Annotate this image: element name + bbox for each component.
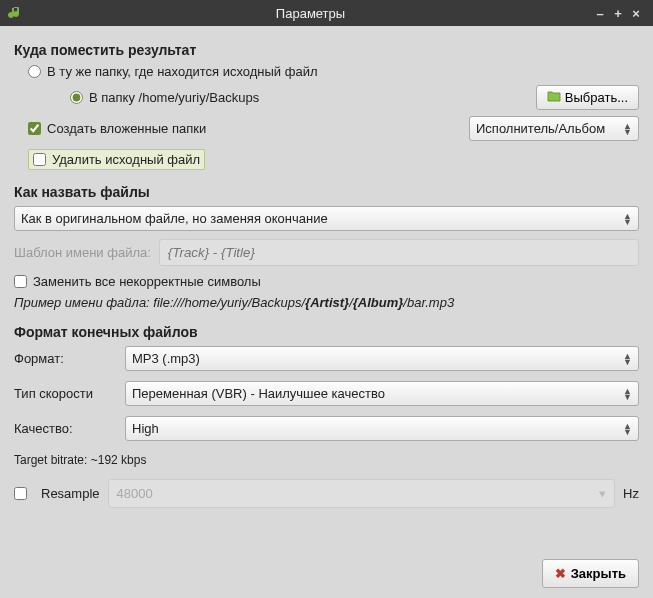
folder-icon: [547, 90, 561, 105]
into-folder-label: В папку /home/yuriy/Backups: [89, 90, 259, 105]
delete-original-label: Удалить исходный файл: [52, 152, 200, 167]
pattern-label: Шаблон имени файла:: [14, 245, 151, 260]
same-folder-option[interactable]: В ту же папку, где находится исходный фа…: [28, 64, 639, 79]
format-section-title: Формат конечных файлов: [14, 324, 639, 340]
hz-label: Hz: [623, 486, 639, 501]
create-subfolders-option[interactable]: Создать вложенные папки: [28, 121, 206, 136]
format-label: Формат:: [14, 351, 119, 366]
resample-label: Resample: [41, 486, 100, 501]
delete-original-option[interactable]: Удалить исходный файл: [28, 149, 205, 170]
minimize-button[interactable]: –: [591, 6, 609, 21]
choose-folder-button[interactable]: Выбрать...: [536, 85, 639, 110]
close-button[interactable]: ✖ Закрыть: [542, 559, 639, 588]
placement-section-title: Куда поместить результат: [14, 42, 639, 58]
quality-label: Качество:: [14, 421, 119, 436]
naming-pattern-combo[interactable]: Как в оригинальном файле, но заменяя око…: [14, 206, 639, 231]
resample-combo: 48000 ▾: [108, 479, 616, 508]
window-title: Параметры: [30, 6, 591, 21]
combo-arrows-icon: ▲▼: [623, 388, 632, 400]
quality-value: High: [132, 421, 159, 436]
subfolder-pattern-value: Исполнитель/Альбом: [476, 121, 605, 136]
same-folder-label: В ту же папку, где находится исходный фа…: [47, 64, 318, 79]
resample-value: 48000: [117, 486, 153, 501]
delete-original-checkbox[interactable]: [33, 153, 46, 166]
app-icon: [8, 5, 24, 21]
create-subfolders-checkbox[interactable]: [28, 122, 41, 135]
combo-arrows-icon: ▲▼: [623, 213, 632, 225]
format-value: MP3 (.mp3): [132, 351, 200, 366]
combo-arrows-icon: ▲▼: [623, 123, 632, 135]
close-button-label: Закрыть: [571, 566, 626, 581]
replace-bad-label: Заменить все некорректные символы: [33, 274, 261, 289]
into-folder-radio[interactable]: [70, 91, 83, 104]
bitrate-type-label: Тип скорости: [14, 386, 119, 401]
resample-checkbox[interactable]: [14, 487, 27, 500]
combo-arrows-icon: ▲▼: [623, 353, 632, 365]
subfolder-pattern-combo[interactable]: Исполнитель/Альбом ▲▼: [469, 116, 639, 141]
create-subfolders-label: Создать вложенные папки: [47, 121, 206, 136]
naming-section-title: Как назвать файлы: [14, 184, 639, 200]
replace-bad-option[interactable]: Заменить все некорректные символы: [14, 274, 639, 289]
quality-combo[interactable]: High ▲▼: [125, 416, 639, 441]
replace-bad-checkbox[interactable]: [14, 275, 27, 288]
bitrate-type-value: Переменная (VBR) - Наилучшее качество: [132, 386, 385, 401]
close-window-button[interactable]: ×: [627, 6, 645, 21]
titlebar: Параметры – + ×: [0, 0, 653, 26]
target-bitrate-text: Target bitrate: ~192 kbps: [14, 453, 639, 467]
choose-folder-label: Выбрать...: [565, 90, 628, 105]
maximize-button[interactable]: +: [609, 6, 627, 21]
format-combo[interactable]: MP3 (.mp3) ▲▼: [125, 346, 639, 371]
close-icon: ✖: [555, 566, 566, 581]
bitrate-type-combo[interactable]: Переменная (VBR) - Наилучшее качество ▲▼: [125, 381, 639, 406]
naming-pattern-value: Как в оригинальном файле, но заменяя око…: [21, 211, 328, 226]
chevron-down-icon: ▾: [599, 486, 606, 501]
combo-arrows-icon: ▲▼: [623, 423, 632, 435]
pattern-input: [159, 239, 639, 266]
into-folder-option[interactable]: В папку /home/yuriy/Backups: [70, 90, 259, 105]
filename-example: Пример имени файла: file:///home/yuriy/B…: [14, 295, 639, 310]
same-folder-radio[interactable]: [28, 65, 41, 78]
